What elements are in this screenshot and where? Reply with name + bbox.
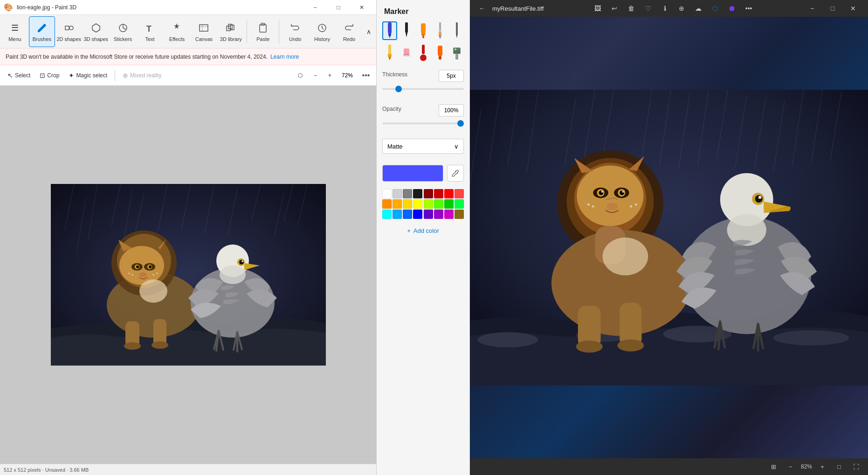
add-icon: +	[407, 227, 411, 234]
add-color-btn[interactable]: + Add color	[377, 223, 469, 239]
toolbar-3d-library[interactable]: 3D library	[218, 16, 244, 47]
brush-blob-red[interactable]	[416, 44, 431, 62]
toolbar-3d-shapes[interactable]: 3D shapes	[83, 16, 109, 47]
toolbar-history[interactable]: History	[309, 16, 335, 47]
viewer-status-grid-icon[interactable]: ⊞	[767, 460, 780, 473]
viewer-zoom-value: 82%	[801, 463, 812, 470]
select-tool-btn[interactable]: ↖ Select	[4, 70, 34, 81]
collapse-toolbar-btn[interactable]: ∧	[363, 26, 374, 37]
brush-pencil-gray[interactable]	[433, 21, 448, 40]
brush-pencil-yellow[interactable]	[382, 44, 397, 62]
paint3d-maximize-btn[interactable]: □	[328, 0, 349, 14]
toolbar-paste[interactable]: Paste	[250, 16, 276, 47]
color-green[interactable]	[444, 199, 454, 209]
svg-point-122	[603, 238, 648, 275]
paint3d-minimize-btn[interactable]: −	[304, 0, 326, 14]
viewer-fullscreen-icon[interactable]: ⛶	[849, 460, 862, 473]
color-bright-red[interactable]	[444, 189, 454, 198]
color-blue[interactable]	[403, 210, 412, 219]
current-color-swatch[interactable]	[382, 165, 443, 182]
color-purple[interactable]	[424, 210, 433, 219]
color-gold[interactable]	[403, 199, 412, 209]
paint3d-canvas-area[interactable]	[0, 86, 376, 464]
brush-marker-blue[interactable]	[382, 21, 397, 40]
zoom-in-btn[interactable]: +	[324, 70, 335, 81]
color-violet[interactable]	[434, 210, 443, 219]
toolbar-undo[interactable]: Undo	[282, 16, 308, 47]
color-dark-red[interactable]	[424, 189, 433, 198]
svg-point-34	[136, 265, 139, 268]
brush-image[interactable]	[449, 44, 464, 62]
thickness-slider[interactable]	[382, 88, 464, 90]
toolbar-menu[interactable]: ☰ Menu	[2, 16, 28, 47]
toolbar-2d-shapes[interactable]: 2D shapes	[56, 16, 82, 47]
secondary-toolbar: ↖ Select ⊡ Crop ✦ Magic select ⊕ Mixed r…	[0, 65, 376, 86]
paint3d-close-btn[interactable]: ✕	[351, 0, 372, 14]
viewer-cloud-icon[interactable]: ☁	[692, 2, 705, 15]
viewer-back-btn[interactable]: ←	[475, 2, 489, 15]
toolbar-text[interactable]: T Text	[137, 16, 163, 47]
color-dark-orange[interactable]	[382, 199, 392, 209]
viewer-info-icon[interactable]: ℹ	[658, 2, 671, 15]
3d-shapes-icon	[90, 21, 103, 34]
zoom-out-btn[interactable]: −	[310, 70, 321, 81]
viewer-photos-icon[interactable]: 🖼	[591, 2, 604, 15]
shape-tool-btn[interactable]: ⬡	[294, 70, 306, 81]
toolbar-brushes[interactable]: Brushes	[29, 16, 55, 47]
svg-text:T: T	[146, 24, 152, 34]
viewer-close-btn[interactable]: ✕	[844, 2, 862, 15]
svg-point-73	[420, 54, 427, 61]
color-cyan[interactable]	[382, 210, 392, 219]
learn-more-link[interactable]: Learn more	[270, 54, 299, 60]
color-magenta[interactable]	[444, 210, 454, 219]
viewer-zoom-out-icon[interactable]: −	[784, 460, 797, 473]
color-bright-green[interactable]	[455, 199, 464, 209]
brush-pen-thin[interactable]	[449, 21, 464, 40]
color-gray[interactable]	[403, 189, 412, 198]
svg-point-119	[587, 204, 590, 206]
viewer-badge-icon[interactable]: ⬟	[725, 2, 738, 15]
viewer-rotate-icon[interactable]: ↩	[608, 2, 621, 15]
brush-marker-orange[interactable]	[416, 21, 431, 40]
color-light-red[interactable]	[455, 189, 464, 198]
crop-tool-btn[interactable]: ⊡ Crop	[36, 70, 63, 81]
color-white[interactable]	[382, 189, 392, 198]
viewer-delete-icon[interactable]: 🗑	[625, 2, 638, 15]
viewer-more-icon[interactable]: •••	[742, 2, 755, 15]
color-lime[interactable]	[434, 199, 443, 209]
color-dark-blue[interactable]	[413, 210, 422, 219]
more-options-btn[interactable]: •••	[359, 69, 372, 82]
viewer-fit-icon[interactable]: □	[833, 460, 846, 473]
image-viewer-window: ← myResultantFile.tiff 🖼 ↩ 🗑 ♡ ℹ ⊕ ☁ ⬡ ⬟…	[470, 0, 868, 475]
toolbar-effects[interactable]: Effects	[164, 16, 190, 47]
color-sky-blue[interactable]	[393, 210, 402, 219]
viewer-minimize-btn[interactable]: −	[803, 2, 821, 15]
svg-point-131	[755, 195, 763, 203]
toolbar-canvas[interactable]: Canvas	[191, 16, 217, 47]
viewer-canvas[interactable]	[470, 17, 868, 458]
viewer-onedrive-icon[interactable]: ⬡	[709, 2, 722, 15]
viewer-crop-icon[interactable]: ⊕	[675, 2, 688, 15]
mixed-reality-btn[interactable]: ⊕ Mixed reality	[119, 70, 165, 81]
brush-eraser-pink[interactable]	[399, 44, 414, 62]
color-yellow[interactable]	[413, 199, 422, 209]
toolbar-redo[interactable]: Redo	[336, 16, 362, 47]
brush-pen-dark[interactable]	[399, 21, 414, 40]
magic-select-btn[interactable]: ✦ Magic select	[65, 70, 111, 81]
color-red[interactable]	[434, 189, 443, 198]
viewer-zoom-in-icon[interactable]: +	[816, 460, 829, 473]
opacity-slider[interactable]	[382, 122, 464, 124]
toolbar-stickers[interactable]: Stickers	[110, 16, 136, 47]
color-black[interactable]	[413, 189, 422, 198]
eyedropper-btn[interactable]	[447, 165, 464, 182]
color-yellow-green[interactable]	[424, 199, 433, 209]
paint3d-app-icon: 🎨	[4, 3, 13, 12]
color-light-gray[interactable]	[393, 189, 402, 198]
effects-icon	[170, 21, 183, 34]
finish-dropdown[interactable]: Matte ∨	[382, 139, 464, 154]
color-orange[interactable]	[393, 199, 402, 209]
viewer-heart-icon[interactable]: ♡	[641, 2, 654, 15]
viewer-maximize-btn[interactable]: □	[823, 2, 842, 15]
brush-marker-orange2[interactable]	[433, 44, 448, 62]
color-brown[interactable]	[455, 210, 464, 219]
